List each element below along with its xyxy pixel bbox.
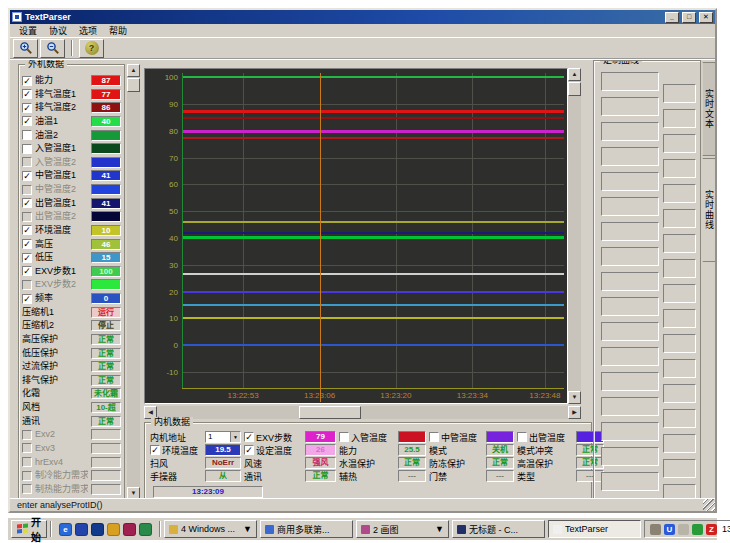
checkbox-hrexv4[interactable] bbox=[22, 457, 32, 467]
maximize-button[interactable]: □ bbox=[682, 12, 696, 23]
custom-curve-value-field-4[interactable] bbox=[663, 184, 696, 203]
update-icon[interactable] bbox=[139, 523, 152, 536]
custom-curve-value-field-6[interactable] bbox=[663, 234, 696, 253]
task-button-windows-group[interactable]: 4 Windows ...▼ bbox=[164, 520, 257, 538]
indoor-checkbox-1-1[interactable]: ✓ bbox=[244, 445, 254, 455]
checkbox-exv-steps-2[interactable] bbox=[22, 280, 32, 290]
custom-curve-value-field-3[interactable] bbox=[663, 159, 696, 178]
printer-tray-icon[interactable] bbox=[650, 524, 661, 535]
custom-curve-value-field-5[interactable] bbox=[663, 209, 696, 228]
checkbox-pipe-in-temp-2[interactable] bbox=[22, 157, 32, 167]
media-player-icon[interactable] bbox=[91, 523, 104, 536]
checkbox-oil-temp-1[interactable]: ✓ bbox=[22, 116, 32, 126]
antivirus-tray-icon[interactable] bbox=[692, 524, 703, 535]
custom-curve-name-field-15[interactable] bbox=[601, 447, 659, 466]
outdoor-panel-scrollbar[interactable]: ▲ ▼ bbox=[127, 64, 140, 498]
custom-curve-name-field-13[interactable] bbox=[601, 397, 659, 416]
custom-curve-name-field-0[interactable] bbox=[601, 72, 659, 91]
chart-scroll-down-icon[interactable]: ▼ bbox=[568, 391, 581, 404]
start-button[interactable]: 开始 bbox=[11, 520, 47, 538]
custom-curve-name-field-11[interactable] bbox=[601, 347, 659, 366]
chart-vertical-scrollbar[interactable]: ▲ ▼ bbox=[568, 68, 581, 404]
chart-scroll-up-icon[interactable]: ▲ bbox=[568, 68, 581, 81]
checkbox-high-pressure[interactable]: ✓ bbox=[22, 239, 32, 249]
indoor-checkbox-3-0[interactable] bbox=[429, 432, 439, 442]
chart-vscroll-thumb[interactable] bbox=[568, 82, 581, 96]
close-button[interactable]: ✕ bbox=[699, 12, 713, 23]
custom-curve-name-field-9[interactable] bbox=[601, 297, 659, 316]
task-button-untitled-c[interactable]: 无标题 - C... bbox=[452, 520, 545, 538]
zoom-in-button[interactable] bbox=[13, 39, 38, 58]
checkbox-oil-temp-2[interactable] bbox=[22, 130, 32, 140]
custom-curve-name-field-10[interactable] bbox=[601, 322, 659, 341]
custom-curve-value-field-1[interactable] bbox=[663, 109, 696, 128]
custom-curve-name-field-5[interactable] bbox=[601, 197, 659, 216]
custom-curve-value-field-11[interactable] bbox=[663, 359, 696, 378]
checkbox-exv-steps-1[interactable]: ✓ bbox=[22, 266, 32, 276]
indoor-address-dropdown[interactable]: 1▼ bbox=[205, 431, 241, 443]
indoor-checkbox-2-0[interactable] bbox=[339, 432, 349, 442]
tab-realtime-text[interactable]: 实时文本 bbox=[702, 62, 715, 156]
menu-options[interactable]: 选项 bbox=[73, 25, 103, 37]
custom-curve-value-field-13[interactable] bbox=[663, 409, 696, 428]
messenger-icon[interactable] bbox=[75, 523, 88, 536]
mail-icon[interactable] bbox=[107, 523, 120, 536]
checkbox-pipe-mid-temp-1[interactable]: ✓ bbox=[22, 171, 32, 181]
custom-curve-name-field-12[interactable] bbox=[601, 372, 659, 391]
menu-help[interactable]: 帮助 bbox=[103, 25, 133, 37]
browser-icon[interactable]: e bbox=[59, 523, 72, 536]
custom-curve-value-field-14[interactable] bbox=[663, 434, 696, 453]
ime-tray-icon[interactable]: Z bbox=[706, 524, 717, 535]
menu-settings[interactable]: 设置 bbox=[13, 25, 43, 37]
custom-curve-value-field-12[interactable] bbox=[663, 384, 696, 403]
menu-protocol[interactable]: 协议 bbox=[43, 25, 73, 37]
checkbox-cooling-demand[interactable] bbox=[22, 471, 32, 481]
custom-curve-name-field-7[interactable] bbox=[601, 247, 659, 266]
custom-curve-value-field-7[interactable] bbox=[663, 259, 696, 278]
indoor-checkbox-1-0[interactable]: ✓ bbox=[244, 432, 254, 442]
checkbox-frequency[interactable]: ✓ bbox=[22, 294, 32, 304]
security-icon[interactable] bbox=[123, 523, 136, 536]
volume-tray-icon[interactable] bbox=[678, 524, 689, 535]
chart-scroll-right-icon[interactable]: ▶ bbox=[568, 406, 581, 419]
custom-curve-value-field-10[interactable] bbox=[663, 334, 696, 353]
trend-chart[interactable]: 1009080706050403020100-1013:22:5313:23:0… bbox=[144, 68, 568, 404]
help-button[interactable]: ? bbox=[79, 39, 104, 58]
indoor-checkbox-4-0[interactable] bbox=[517, 432, 527, 442]
custom-curve-value-field-16[interactable] bbox=[663, 484, 696, 498]
custom-curve-name-field-14[interactable] bbox=[601, 422, 659, 441]
checkbox-exhaust-temp-2[interactable]: ✓ bbox=[22, 103, 32, 113]
custom-curve-name-field-2[interactable] bbox=[601, 122, 659, 141]
checkbox-capacity[interactable]: ✓ bbox=[22, 76, 32, 86]
chevron-down-icon[interactable]: ▼ bbox=[230, 432, 240, 442]
indoor-checkbox-0-1[interactable]: ✓ bbox=[150, 445, 160, 455]
custom-curve-name-field-8[interactable] bbox=[601, 272, 659, 291]
checkbox-exv2[interactable] bbox=[22, 430, 32, 440]
checkbox-pipe-mid-temp-2[interactable] bbox=[22, 185, 32, 195]
custom-curve-value-field-8[interactable] bbox=[663, 284, 696, 303]
chart-hscroll-thumb[interactable] bbox=[299, 406, 361, 419]
custom-curve-value-field-15[interactable] bbox=[663, 459, 696, 478]
task-button-textparser[interactable]: TextParser bbox=[548, 520, 641, 538]
checkbox-low-pressure[interactable]: ✓ bbox=[22, 253, 32, 263]
custom-curve-value-field-9[interactable] bbox=[663, 309, 696, 328]
checkbox-exv3[interactable] bbox=[22, 443, 32, 453]
custom-curve-name-field-16[interactable] bbox=[601, 472, 659, 491]
custom-curve-name-field-6[interactable] bbox=[601, 222, 659, 241]
resize-grip[interactable] bbox=[703, 499, 715, 511]
custom-curve-value-field-2[interactable] bbox=[663, 134, 696, 153]
checkbox-pipe-in-temp-1[interactable] bbox=[22, 144, 32, 154]
task-button-paint-group[interactable]: 2 画图▼ bbox=[356, 520, 449, 538]
checkbox-exhaust-temp-1[interactable]: ✓ bbox=[22, 89, 32, 99]
custom-curve-name-field-1[interactable] bbox=[601, 97, 659, 116]
custom-curve-value-field-0[interactable] bbox=[663, 84, 696, 103]
scroll-up-icon[interactable]: ▲ bbox=[127, 64, 140, 77]
u-agent-tray-icon[interactable]: U bbox=[664, 524, 675, 535]
custom-curve-name-field-3[interactable] bbox=[601, 147, 659, 166]
title-bar[interactable]: TextParser _ □ ✕ bbox=[10, 10, 715, 24]
checkbox-pipe-out-temp-1[interactable]: ✓ bbox=[22, 198, 32, 208]
checkbox-ambient-temp[interactable]: ✓ bbox=[22, 225, 32, 235]
task-button-duolian-doc[interactable]: 商用多联第... bbox=[260, 520, 353, 538]
tab-realtime-curve[interactable]: 实时曲线 bbox=[702, 158, 715, 262]
scroll-down-icon[interactable]: ▼ bbox=[127, 487, 140, 498]
